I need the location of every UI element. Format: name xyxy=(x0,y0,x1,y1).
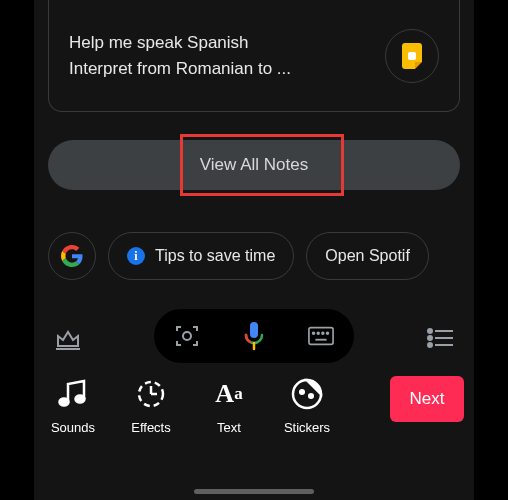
note-line2: Interpret from Romanian to ... xyxy=(69,56,377,82)
mic-button[interactable] xyxy=(241,323,267,349)
info-icon: i xyxy=(127,247,145,265)
tips-chip[interactable]: i Tips to save time xyxy=(108,232,294,280)
app-screen: Help me speak Spanish Interpret from Rom… xyxy=(34,0,474,500)
sticker-icon xyxy=(291,378,323,410)
google-chip[interactable] xyxy=(48,232,96,280)
google-g-icon xyxy=(61,245,83,267)
svg-point-21 xyxy=(300,390,304,394)
suggestion-row[interactable]: i Tips to save time Open Spotif xyxy=(48,232,488,280)
svg-point-5 xyxy=(312,332,314,334)
text-label: Text xyxy=(217,420,241,435)
menu-button[interactable] xyxy=(420,318,460,358)
text-icon: A xyxy=(215,379,234,409)
keep-icon xyxy=(402,43,422,69)
svg-rect-2 xyxy=(250,322,258,338)
svg-point-8 xyxy=(326,332,328,334)
effects-label: Effects xyxy=(131,420,171,435)
stickers-tool[interactable]: Stickers xyxy=(268,370,346,435)
assistant-pill xyxy=(154,309,354,363)
view-all-notes-button[interactable]: View All Notes xyxy=(48,140,460,190)
spotify-chip[interactable]: Open Spotif xyxy=(306,232,429,280)
svg-rect-4 xyxy=(309,328,333,345)
effects-tool[interactable]: Effects xyxy=(112,370,190,435)
svg-point-12 xyxy=(428,336,432,340)
sounds-tool[interactable]: Sounds xyxy=(34,370,112,435)
tips-label: Tips to save time xyxy=(155,247,275,265)
svg-point-14 xyxy=(428,343,432,347)
spotify-label: Open Spotif xyxy=(325,247,410,265)
svg-point-10 xyxy=(428,329,432,333)
lens-button[interactable] xyxy=(174,323,200,349)
music-icon xyxy=(56,377,90,411)
mic-icon xyxy=(243,321,265,351)
assistant-input-bar xyxy=(34,302,474,370)
svg-point-16 xyxy=(60,399,69,406)
note-line1: Help me speak Spanish xyxy=(69,30,377,56)
svg-point-6 xyxy=(317,332,319,334)
lens-icon xyxy=(174,323,200,349)
svg-point-7 xyxy=(322,332,324,334)
menu-list-icon xyxy=(427,328,453,348)
text-tool[interactable]: Aa Text xyxy=(190,370,268,435)
home-indicator[interactable] xyxy=(194,489,314,494)
note-text: Help me speak Spanish Interpret from Rom… xyxy=(69,30,377,81)
stickers-label: Stickers xyxy=(284,420,330,435)
note-card[interactable]: Help me speak Spanish Interpret from Rom… xyxy=(48,0,460,112)
note-app-icon-wrap xyxy=(385,29,439,83)
svg-point-1 xyxy=(183,332,191,340)
sounds-label: Sounds xyxy=(51,420,95,435)
svg-point-22 xyxy=(309,394,313,398)
keyboard-button[interactable] xyxy=(308,323,334,349)
view-all-row: View All Notes xyxy=(48,140,460,190)
timer-icon xyxy=(134,377,168,411)
keyboard-icon xyxy=(308,326,334,346)
next-button[interactable]: Next xyxy=(390,376,464,422)
svg-point-17 xyxy=(76,396,85,403)
